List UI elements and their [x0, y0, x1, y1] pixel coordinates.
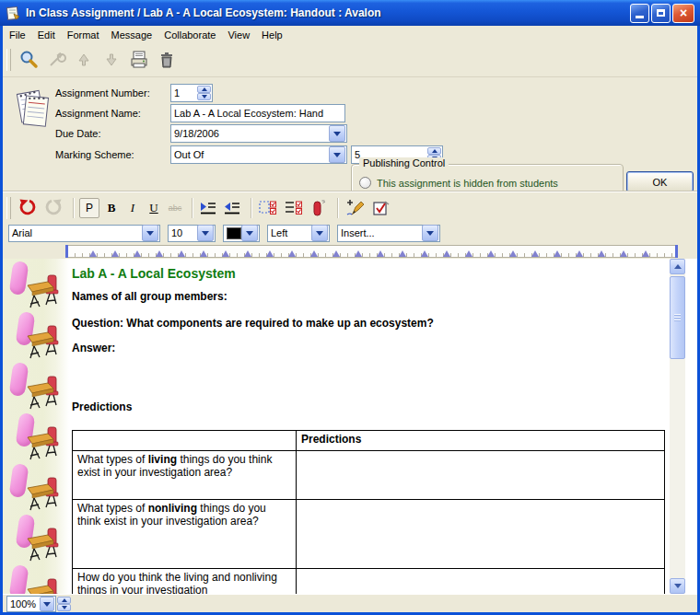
marking-scheme-select[interactable]: Out Of — [170, 145, 347, 164]
outdent-icon[interactable] — [222, 198, 242, 218]
left-margin-marker[interactable] — [65, 245, 72, 258]
assignment-number-stepper[interactable]: 1 — [170, 84, 213, 102]
font-size-dropdown-icon[interactable] — [197, 225, 214, 241]
approve-check-icon[interactable] — [369, 197, 391, 219]
font-color-dropdown-icon[interactable] — [241, 225, 258, 241]
zoom-dropdown-icon[interactable] — [40, 597, 54, 611]
tab-stop-marker[interactable] — [200, 250, 207, 257]
tab-stop-marker[interactable] — [443, 250, 450, 257]
scroll-down-icon[interactable] — [670, 578, 685, 594]
trash-icon[interactable] — [155, 48, 179, 72]
print-icon[interactable] — [127, 48, 151, 72]
tab-stop-marker[interactable] — [178, 250, 185, 257]
tools-icon[interactable] — [44, 48, 68, 72]
tab-stop-marker[interactable] — [399, 250, 406, 257]
answer-cell[interactable] — [297, 451, 665, 500]
hidden-radio[interactable] — [359, 177, 371, 189]
tab-stop-marker[interactable] — [377, 250, 384, 257]
menu-edit[interactable]: Edit — [38, 28, 62, 42]
alignment-select[interactable]: Left — [267, 225, 330, 242]
tab-stop-marker[interactable] — [156, 250, 163, 257]
italic-button[interactable]: I — [123, 199, 142, 217]
number-spin-buttons[interactable] — [197, 86, 211, 100]
tab-stop-marker[interactable] — [487, 250, 495, 257]
tab-stop-marker[interactable] — [310, 250, 318, 257]
editor-toolbar-grip — [6, 197, 11, 219]
undo-icon[interactable] — [17, 197, 39, 219]
tab-stop-marker[interactable] — [642, 250, 649, 257]
desk-icon — [25, 577, 62, 594]
tab-stop-marker[interactable] — [465, 250, 472, 257]
tab-stop-marker[interactable] — [531, 250, 539, 257]
question-cell[interactable]: What types of living things do you think… — [73, 451, 297, 500]
paragraph-style-button[interactable]: P — [79, 198, 99, 218]
tab-stop-marker[interactable] — [222, 250, 229, 257]
indent-icon[interactable] — [198, 198, 218, 218]
text-field-icon[interactable] — [309, 197, 329, 219]
tab-stop-marker[interactable] — [576, 250, 583, 257]
close-button[interactable]: × — [672, 4, 694, 23]
strikethrough-button[interactable]: abc — [166, 199, 184, 217]
tab-stop-marker[interactable] — [355, 250, 362, 257]
due-date-select[interactable]: 9/18/2006 — [170, 124, 347, 143]
arrow-down-icon[interactable] — [99, 48, 123, 72]
tab-stop-marker[interactable] — [554, 250, 561, 257]
font-size-select[interactable]: 10 — [168, 225, 216, 242]
menu-format[interactable]: Format — [67, 28, 106, 42]
pencil-add-icon[interactable] — [344, 197, 366, 219]
assignment-name-input[interactable] — [170, 104, 345, 122]
insert-dropdown-icon[interactable] — [422, 225, 438, 241]
right-margin-marker[interactable] — [671, 245, 678, 258]
tab-stop-marker[interactable] — [244, 250, 251, 257]
zoom-spin-buttons[interactable] — [57, 597, 71, 611]
tab-stop-marker[interactable] — [332, 250, 340, 257]
marking-scheme-dropdown-icon[interactable] — [329, 146, 345, 163]
tab-stop-marker[interactable] — [111, 250, 119, 257]
alignment-dropdown-icon[interactable] — [311, 225, 328, 241]
tab-stop-marker[interactable] — [134, 250, 141, 257]
zoom-level-select[interactable]: 100% — [6, 596, 56, 612]
question-cell[interactable]: How do you think the living and nonlivin… — [73, 569, 297, 595]
tab-stop-marker[interactable] — [620, 250, 627, 257]
underline-button[interactable]: U — [145, 199, 163, 217]
arrow-up-icon[interactable] — [72, 48, 96, 72]
header-cell-blank[interactable] — [73, 431, 297, 451]
tab-stop-marker[interactable] — [288, 250, 296, 257]
search-icon[interactable] — [17, 48, 41, 72]
menu-view[interactable]: View — [228, 28, 256, 42]
scroll-up-icon[interactable] — [670, 259, 685, 274]
menu-file[interactable]: File — [9, 28, 32, 42]
font-family-select[interactable]: Arial — [8, 225, 160, 242]
due-date-dropdown-icon[interactable] — [329, 125, 345, 142]
tab-stop-marker[interactable] — [598, 250, 605, 257]
desk-icon — [25, 375, 62, 413]
font-family-dropdown-icon[interactable] — [142, 225, 158, 241]
scrollbar-thumb[interactable] — [670, 276, 685, 359]
tab-stop-marker[interactable] — [266, 250, 274, 257]
insert-select[interactable]: Insert... — [337, 225, 440, 242]
desk-icon — [25, 527, 62, 565]
document-heading: Lab A - A Local Ecosystem — [72, 266, 236, 281]
tab-stop-marker[interactable] — [421, 250, 428, 257]
menu-collaborate[interactable]: Collaborate — [164, 28, 222, 42]
tab-stop-marker[interactable] — [89, 250, 97, 257]
vertical-scrollbar[interactable] — [670, 259, 685, 594]
font-color-select[interactable] — [223, 225, 260, 242]
ok-button[interactable]: OK — [626, 171, 694, 192]
maximize-button[interactable] — [651, 4, 671, 23]
answer-cell[interactable] — [297, 500, 665, 569]
answer-cell[interactable] — [297, 569, 665, 595]
menu-message[interactable]: Message — [111, 28, 159, 42]
redo-icon[interactable] — [42, 197, 64, 219]
question-cell[interactable]: What types of nonliving things do you th… — [73, 500, 297, 569]
bold-button[interactable]: B — [102, 199, 121, 217]
desk-icon — [25, 273, 62, 312]
checkbox-field-icon[interactable] — [257, 197, 279, 219]
header-cell-predictions[interactable]: Predictions — [297, 431, 665, 451]
tab-stop-marker[interactable] — [509, 250, 517, 257]
document-editor-pane[interactable]: Lab A - A Local Ecosystem Names of all g… — [3, 259, 697, 594]
list-field-icon[interactable] — [283, 197, 305, 219]
minimize-button[interactable] — [630, 4, 649, 23]
publishing-control-title: Publishing Control — [359, 157, 449, 168]
menu-help[interactable]: Help — [262, 28, 289, 42]
